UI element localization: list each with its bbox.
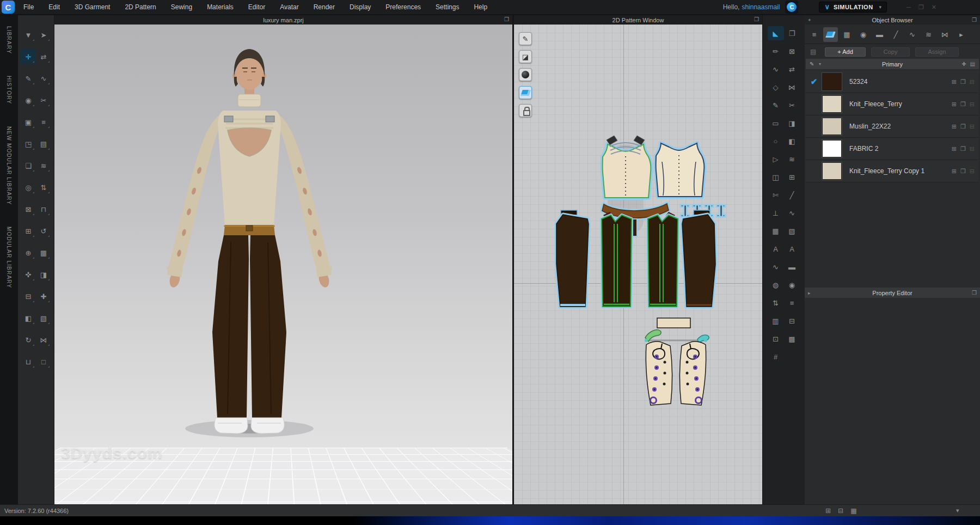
sewing-tape-icon[interactable]: ∿ xyxy=(36,71,51,86)
add-point-icon[interactable]: ◇ xyxy=(768,80,784,94)
property-collapse-icon[interactable]: ▸ xyxy=(808,290,811,296)
library-folder-icon[interactable]: ▤ xyxy=(810,48,816,56)
dart-tool-icon[interactable]: ▷ xyxy=(768,152,784,166)
menu-item[interactable]: Avatar xyxy=(280,3,298,11)
topstitch-tab-icon[interactable]: ∿ xyxy=(905,27,920,42)
layout-3d-icon[interactable]: ⊟ xyxy=(838,507,843,515)
fabric-row[interactable]: ✔ 52324 ⊞ ❐ ⊟ xyxy=(806,71,979,93)
knife-icon[interactable]: ╱ xyxy=(784,188,800,202)
assign-fabric-button[interactable]: Assign xyxy=(915,47,958,57)
layout-3d2d-icon[interactable]: ⊞ xyxy=(825,507,831,515)
fabric-delete-icon[interactable]: ⊟ xyxy=(970,123,975,130)
panel-pin-icon[interactable]: ✦ xyxy=(807,17,812,23)
buttonhole-tab-icon[interactable]: ▬ xyxy=(872,27,887,42)
2d-pattern-pieces[interactable] xyxy=(514,25,762,504)
detach-tape-icon[interactable]: ✂ xyxy=(36,93,51,108)
app-logo-icon[interactable]: C xyxy=(2,1,15,14)
style-line-icon[interactable]: ✜ xyxy=(21,267,36,282)
fabric-delete-icon[interactable]: ⊟ xyxy=(970,101,975,108)
print-layout-icon[interactable]: ⊡ xyxy=(768,332,784,346)
fabric-expand-icon[interactable]: ⊞ xyxy=(952,123,957,130)
colorway-icon[interactable]: ▩ xyxy=(784,332,800,346)
fold-arrangement-icon[interactable]: ◳ xyxy=(21,136,36,151)
fabric-delete-icon[interactable]: ⊟ xyxy=(970,145,975,152)
2d-window-popout-icon[interactable]: ❐ xyxy=(754,16,759,22)
fabric-row[interactable]: ✔ FABRIC 2 ⊞ ❐ ⊟ xyxy=(806,138,979,160)
layout-2d-icon[interactable]: ▦ xyxy=(850,507,856,515)
fabric-row[interactable]: ✔ Knit_Fleece_Terry Copy 1 ⊞ ❐ ⊟ xyxy=(806,160,979,182)
property-editor-header[interactable]: ▸ Property Editor ❐ xyxy=(805,288,980,298)
menu-item[interactable]: Help xyxy=(474,3,487,11)
grainline-icon[interactable]: ∿ xyxy=(768,260,784,274)
fabric-copy-icon[interactable]: ❐ xyxy=(960,123,966,130)
fabric-expand-icon[interactable]: ⊞ xyxy=(952,101,957,108)
shrinkage-icon[interactable]: ▥ xyxy=(768,314,784,328)
add-fabric-button[interactable]: + Add xyxy=(825,47,865,57)
fabric-delete-icon[interactable]: ⊟ xyxy=(970,78,975,86)
edit-pencil-icon[interactable]: ✎ xyxy=(810,61,814,67)
texture-edit-icon[interactable]: ▦ xyxy=(768,224,784,238)
fabric-swatch[interactable] xyxy=(822,162,842,180)
menu-item[interactable]: Editor xyxy=(248,3,265,11)
pen-3d-icon[interactable]: ✎ xyxy=(21,71,36,86)
edit-sewing-icon[interactable]: ⊠ xyxy=(784,44,800,58)
fabric-delete-icon[interactable]: ⊟ xyxy=(970,168,975,175)
garment-visibility-icon[interactable]: ◪ xyxy=(519,50,532,63)
free-sewing-icon[interactable]: ⇄ xyxy=(784,62,800,76)
statusbar-expand-icon[interactable]: ▾ xyxy=(956,507,959,514)
seam-tape-icon[interactable]: ≡ xyxy=(784,296,800,310)
detach-sewing-icon[interactable]: ✂ xyxy=(784,98,800,112)
shoulder-fold-icon[interactable]: ◧ xyxy=(784,134,800,148)
uv-map-icon[interactable]: # xyxy=(768,350,784,364)
fold-sewing-icon[interactable]: ◨ xyxy=(784,116,800,130)
scene-tab-icon[interactable]: ≡ xyxy=(807,27,822,42)
menu-item[interactable]: Settings xyxy=(436,3,459,11)
menu-item[interactable]: Materials xyxy=(207,3,234,11)
fabric-texture-icon[interactable] xyxy=(519,86,532,99)
minimize-icon[interactable]: ─ xyxy=(906,4,911,11)
binding-icon[interactable]: ◨ xyxy=(36,267,51,282)
avatar-tape-icon[interactable]: ⇄ xyxy=(36,49,51,64)
measure-2d-icon[interactable]: ▬ xyxy=(784,260,800,274)
fabric-swatch[interactable] xyxy=(822,118,842,135)
menu-item[interactable]: Display xyxy=(350,3,371,11)
simulation-button[interactable]: ∨ SIMULATION ▾ xyxy=(819,2,887,13)
2d-pattern-canvas[interactable]: ✎◪ xyxy=(514,25,762,504)
fabric-copy-icon[interactable]: ❐ xyxy=(960,168,966,175)
fabric-copy-icon[interactable]: ❐ xyxy=(960,101,966,108)
fabric-tab-icon[interactable] xyxy=(823,27,838,42)
cut-and-sew-icon[interactable]: ✄ xyxy=(768,188,784,202)
menu-item[interactable]: Preferences xyxy=(385,3,421,11)
dock-tab[interactable]: HISTORY xyxy=(6,76,12,105)
fabric-expand-icon[interactable]: ⊞ xyxy=(952,168,957,175)
graphic-tab-icon[interactable]: ▦ xyxy=(840,27,854,42)
dock-tab[interactable]: MODULAR LIBRARY xyxy=(6,227,12,288)
fabric-expand-icon[interactable]: ⊞ xyxy=(952,145,957,152)
close-icon[interactable]: ✕ xyxy=(932,4,936,11)
avatar-size-icon[interactable]: ⊕ xyxy=(21,245,36,260)
restore-icon[interactable]: ❐ xyxy=(918,4,924,11)
fabric-expand-icon[interactable]: ⊞ xyxy=(952,78,957,86)
transform-sewing-icon[interactable]: ❐ xyxy=(784,26,800,40)
zipper-2d-icon[interactable]: ⇅ xyxy=(768,296,784,310)
prop-icon[interactable]: □ xyxy=(36,354,51,369)
steam-icon[interactable]: ≋ xyxy=(36,158,51,173)
trace-icon[interactable]: ◫ xyxy=(768,170,784,184)
pen-2d-icon[interactable]: ✎ xyxy=(768,98,784,112)
grade-edit-icon[interactable]: ▧ xyxy=(784,224,800,238)
shoes-icon[interactable]: ⊔ xyxy=(21,354,36,369)
menu-item[interactable]: 2D Pattern xyxy=(125,3,156,11)
gizmo-move-icon[interactable]: ✛ xyxy=(21,49,36,64)
zipper-3d-icon[interactable]: ⇅ xyxy=(36,180,51,195)
section-add-icon[interactable]: ✚ xyxy=(961,61,966,67)
layer-icon[interactable]: ▧ xyxy=(36,310,51,326)
tack-icon[interactable]: ✚ xyxy=(36,289,51,304)
fitting-suit-icon[interactable]: ◧ xyxy=(21,310,36,326)
fabric-copy-icon[interactable]: ❐ xyxy=(960,78,966,86)
piping-icon[interactable]: ⊓ xyxy=(36,202,51,217)
menu-item[interactable]: File xyxy=(23,3,34,11)
zipper-tab-icon[interactable]: ╱ xyxy=(889,27,903,42)
dock-tab[interactable]: NEW MODULAR LIBRARY xyxy=(6,126,12,205)
fabric-row[interactable]: ✔ Muslin_22X22 ⊞ ❐ ⊟ xyxy=(806,115,979,138)
pin-icon[interactable]: ◉ xyxy=(21,93,36,108)
